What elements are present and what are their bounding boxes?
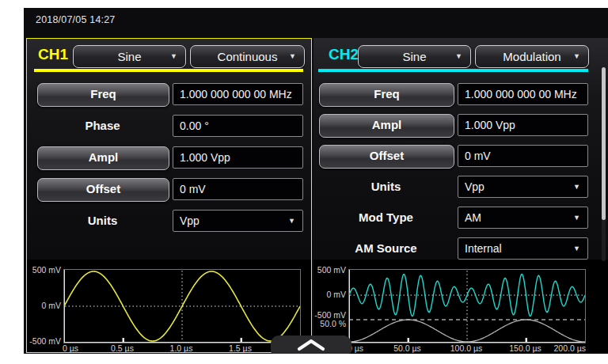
- chevron-down-icon: ▼: [573, 207, 580, 228]
- ch2-units-label: Units: [319, 176, 453, 198]
- ch2-units-value: Vpp: [465, 180, 484, 193]
- ch2-mode-dropdown[interactable]: Modulation ▼: [475, 45, 589, 68]
- ch2-offset-button[interactable]: Offset: [319, 145, 454, 169]
- ch1-run-mode-value: Continuous: [218, 50, 278, 63]
- ch1-units-value: Vpp: [180, 214, 200, 227]
- axis-tick-label: 100.0 µs: [449, 343, 484, 353]
- ch2-am-source-dropdown[interactable]: Internal ▼: [458, 237, 588, 260]
- axis-tick-label: 1.5 µs: [223, 343, 258, 353]
- axis-tick-label: 200.0 µs: [553, 343, 586, 353]
- ch1-phase-value[interactable]: 0.00 °: [173, 115, 303, 137]
- ch1-freq-value[interactable]: 1.000 000 000 00 MHz: [173, 83, 303, 105]
- ch2-freq-value[interactable]: 1.000 000 000 00 MHz: [458, 83, 588, 105]
- chevron-down-icon: ▼: [573, 176, 580, 197]
- ch2-mod-type-value: AM: [465, 211, 481, 224]
- ch2-am-source-label: AM Source: [319, 237, 453, 260]
- axis-tick-label: 0 µs: [348, 343, 382, 353]
- ch2-accent-rule: [318, 69, 588, 72]
- datetime-display: 2018/07/05 14:27: [36, 14, 116, 25]
- ch2-mod-type-dropdown[interactable]: AM ▼: [458, 207, 588, 229]
- axis-tick-label: 0 µs: [63, 343, 97, 353]
- ch2-am-source-value: Internal: [465, 242, 502, 255]
- axis-tick-label: 0.5 µs: [105, 343, 140, 353]
- ch1-accent-rule: [34, 69, 303, 72]
- ch2-ampl-button[interactable]: Ampl: [319, 114, 454, 138]
- ch1-units-dropdown[interactable]: Vpp ▼: [173, 210, 303, 232]
- axis-tick-label: -500 mV: [25, 336, 61, 346]
- ch1-waveform-type-value: Sine: [117, 50, 141, 63]
- ch1-label: CH1: [38, 46, 68, 63]
- axis-tick-label: 1.0 µs: [164, 343, 199, 353]
- axis-tick-label: 50.0 µs: [390, 343, 425, 353]
- ch2-units-dropdown[interactable]: Vpp ▼: [458, 176, 588, 198]
- scrollbar-track: [602, 67, 606, 261]
- axis-tick-label: 0 mV: [25, 301, 61, 310]
- axis-tick-label: 500 mV: [310, 265, 346, 275]
- ch1-run-mode-dropdown[interactable]: Continuous ▼: [190, 45, 305, 68]
- scrollbar-thumb[interactable]: [602, 67, 606, 220]
- axis-tick-label: 150.0 µs: [508, 343, 543, 353]
- ch2-waveform-type-dropdown[interactable]: Sine ▼: [358, 45, 471, 68]
- ch1-waveform-type-dropdown[interactable]: Sine ▼: [73, 45, 186, 68]
- chevron-down-icon: ▼: [289, 46, 296, 67]
- ch1-ampl-button[interactable]: Ampl: [37, 146, 169, 170]
- ch2-waveform-plot: [348, 269, 586, 343]
- axis-tick-label: 0 mV: [310, 290, 346, 299]
- chevron-down-icon: ▼: [573, 46, 580, 67]
- ch2-freq-button[interactable]: Freq: [319, 83, 454, 107]
- ch1-offset-button[interactable]: Offset: [37, 178, 169, 202]
- chevron-down-icon: ▼: [170, 46, 177, 67]
- ch1-ampl-value[interactable]: 1.000 Vpp: [173, 146, 303, 169]
- ch1-freq-button[interactable]: Freq: [37, 83, 169, 107]
- chevron-up-icon: [271, 336, 352, 354]
- ch2-label: CH2: [329, 46, 359, 63]
- ch2-mode-value: Modulation: [503, 50, 560, 63]
- axis-tick-label: 50.0 %: [310, 319, 346, 328]
- axis-tick-label: 500 mV: [25, 265, 61, 275]
- collapse-panel-button[interactable]: [271, 336, 352, 354]
- ch2-ampl-value[interactable]: 1.000 Vpp: [458, 114, 588, 136]
- ch2-offset-value[interactable]: 0 mV: [458, 145, 588, 167]
- chevron-down-icon: ▼: [455, 46, 462, 67]
- device-screen: 2018/07/05 14:27 CH1 Sine ▼ Continuous ▼…: [24, 8, 608, 354]
- ch1-offset-value[interactable]: 0 mV: [173, 178, 303, 200]
- ch1-units-label: Units: [37, 210, 168, 232]
- chevron-down-icon: ▼: [573, 238, 580, 259]
- ch1-phase-label: Phase: [37, 115, 168, 137]
- ch2-waveform-type-value: Sine: [402, 50, 426, 63]
- chevron-down-icon: ▼: [288, 210, 295, 231]
- ch2-mod-type-label: Mod Type: [319, 207, 453, 229]
- ch1-waveform-plot: [63, 269, 301, 343]
